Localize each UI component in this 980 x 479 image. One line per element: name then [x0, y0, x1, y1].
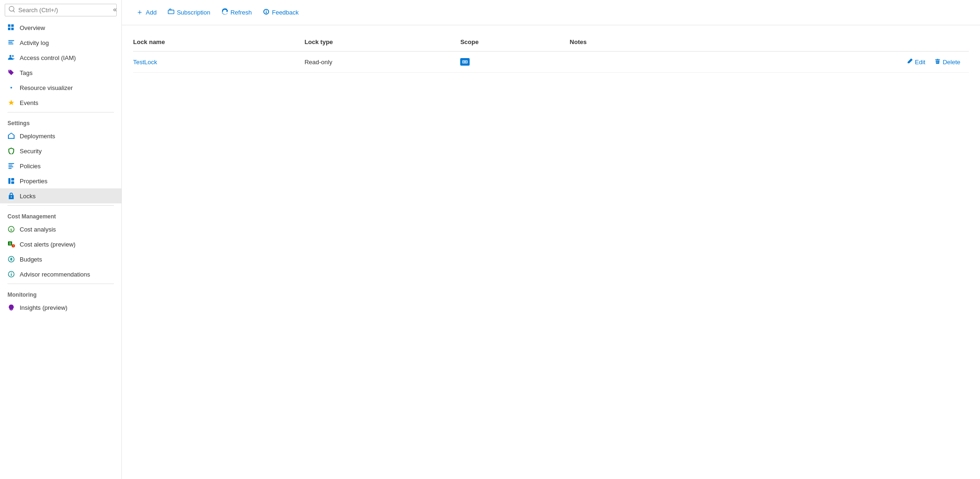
svg-point-8 [12, 55, 14, 57]
activity-icon [7, 39, 15, 46]
svg-rect-2 [8, 28, 10, 30]
policies-icon [7, 162, 15, 170]
cost-management-section-label: Cost Management [0, 208, 121, 222]
sidebar-item-events[interactable]: Events [0, 95, 121, 110]
svg-rect-30 [464, 61, 466, 62]
svg-rect-26 [11, 274, 12, 276]
svg-rect-1 [11, 24, 14, 27]
sidebar-item-cost-analysis[interactable]: $ Cost analysis [0, 222, 121, 237]
svg-rect-10 [8, 163, 14, 164]
deployments-icon [7, 132, 15, 140]
sidebar-item-label: Security [20, 148, 42, 155]
svg-rect-4 [8, 40, 14, 41]
locks-table: Lock name Lock type Scope Notes TestLock… [133, 35, 969, 73]
sidebar-item-policies[interactable]: Policies [0, 158, 121, 173]
visualizer-icon [7, 84, 15, 91]
sidebar: Overview Activity log Access control (IA… [0, 0, 122, 479]
edit-button[interactable]: Edit [904, 56, 928, 67]
sidebar-item-label: Events [20, 99, 38, 106]
settings-section-label: Settings [0, 114, 121, 128]
col-scope: Scope [460, 35, 569, 52]
add-icon: ＋ [136, 7, 143, 17]
subscription-button[interactable]: Subscription [163, 6, 215, 19]
add-button[interactable]: ＋ Add [131, 5, 161, 20]
settings-divider [7, 112, 114, 112]
sidebar-item-cost-alerts[interactable]: $! Cost alerts (preview) [0, 237, 121, 252]
collapse-button[interactable]: « [110, 5, 120, 14]
sidebar-item-locks[interactable]: Locks [0, 188, 121, 203]
locks-icon [7, 192, 15, 200]
events-icon [7, 99, 15, 106]
sidebar-item-label: Resource visualizer [20, 84, 73, 91]
sidebar-item-label: Locks [20, 193, 36, 200]
subscription-icon [168, 8, 174, 16]
sidebar-item-label: Activity log [20, 39, 49, 46]
people-icon [7, 54, 15, 61]
svg-text:$: $ [9, 242, 11, 245]
feedback-icon [263, 8, 269, 16]
monitoring-section-label: Monitoring [0, 286, 121, 300]
budgets-icon [7, 255, 15, 263]
search-icon [9, 6, 15, 14]
toolbar: ＋ Add Subscription Refresh Feedback [122, 0, 980, 25]
svg-rect-12 [8, 166, 14, 167]
table-row: TestLock Read-only [133, 52, 969, 73]
feedback-button[interactable]: Feedback [258, 6, 303, 19]
sidebar-item-label: Deployments [20, 133, 55, 140]
security-icon [7, 147, 15, 155]
advisor-icon [7, 270, 15, 278]
sidebar-item-label: Tags [20, 69, 32, 76]
sidebar-item-label: Policies [20, 163, 41, 170]
sidebar-item-overview[interactable]: Overview [0, 20, 121, 35]
svg-rect-6 [8, 44, 14, 45]
lock-notes-value [570, 52, 673, 73]
col-lock-type: Lock type [305, 35, 461, 52]
sidebar-item-deployments[interactable]: Deployments [0, 128, 121, 143]
svg-text:!: ! [13, 244, 14, 247]
monitoring-divider [7, 284, 114, 284]
sidebar-item-budgets[interactable]: Budgets [0, 252, 121, 267]
svg-rect-16 [11, 181, 14, 184]
insights-icon [7, 304, 15, 311]
svg-rect-15 [11, 178, 14, 180]
sidebar-item-label: Cost alerts (preview) [20, 241, 75, 248]
refresh-icon [222, 8, 228, 16]
delete-button[interactable]: Delete [932, 56, 963, 67]
sidebar-item-access-control[interactable]: Access control (IAM) [0, 50, 121, 65]
svg-point-7 [9, 55, 11, 57]
sidebar-item-resource-visualizer[interactable]: Resource visualizer [0, 80, 121, 95]
sidebar-item-insights[interactable]: Insights (preview) [0, 300, 121, 315]
main-content: ＋ Add Subscription Refresh Feedback [122, 0, 980, 479]
row-actions: Edit Delete [673, 56, 963, 67]
svg-rect-27 [168, 10, 174, 14]
tag-icon [7, 69, 15, 76]
svg-point-9 [10, 87, 12, 89]
search-input[interactable] [18, 7, 112, 14]
refresh-button[interactable]: Refresh [217, 6, 257, 19]
col-lock-name: Lock name [133, 35, 305, 52]
properties-icon [7, 177, 15, 185]
sidebar-item-label: Advisor recommendations [20, 271, 90, 278]
delete-icon [935, 58, 941, 66]
search-box[interactable] [5, 4, 117, 16]
sidebar-item-label: Properties [20, 178, 47, 185]
sidebar-item-properties[interactable]: Properties [0, 173, 121, 188]
locks-table-container: Lock name Lock type Scope Notes TestLock… [122, 25, 980, 479]
grid-icon [7, 24, 15, 31]
cost-alerts-icon: $! [7, 240, 15, 248]
lock-name-link[interactable]: TestLock [133, 59, 157, 66]
svg-point-25 [11, 273, 12, 274]
sidebar-item-security[interactable]: Security [0, 143, 121, 158]
sidebar-item-label: Overview [20, 24, 45, 31]
col-notes: Notes [570, 35, 673, 52]
scope-icon [460, 58, 470, 66]
sidebar-item-tags[interactable]: Tags [0, 65, 121, 80]
sidebar-item-advisor-recommendations[interactable]: Advisor recommendations [0, 267, 121, 282]
cost-management-divider [7, 205, 114, 206]
cost-analysis-icon: $ [7, 225, 15, 233]
sidebar-item-activity-log[interactable]: Activity log [0, 35, 121, 50]
sidebar-item-label: Budgets [20, 256, 42, 263]
edit-icon [907, 58, 913, 66]
col-actions [673, 35, 969, 52]
sidebar-item-label: Insights (preview) [20, 304, 67, 311]
